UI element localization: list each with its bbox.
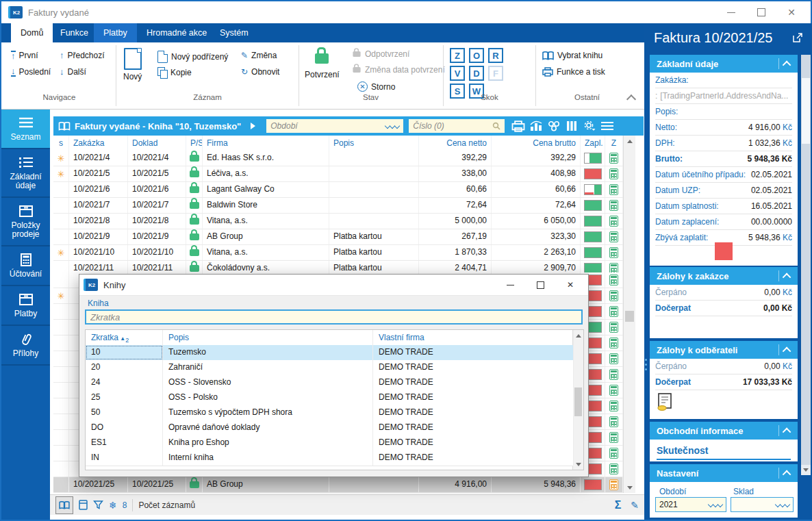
column-header-s[interactable]: s: [53, 136, 69, 151]
ribbon-first-button[interactable]: ↑První: [11, 51, 38, 60]
close-button[interactable]: ✕: [776, 3, 807, 22]
tab-hromadne-akce[interactable]: Hromadné akce: [137, 23, 216, 42]
jump-key-o[interactable]: O: [469, 48, 484, 63]
book-search-input[interactable]: [85, 309, 583, 325]
printer-button[interactable]: [510, 118, 526, 134]
ribbon-storno-button[interactable]: ✕Storno: [357, 81, 395, 92]
stock-select[interactable]: [731, 497, 794, 512]
view-book-toggle[interactable]: [55, 496, 73, 514]
jump-key-r[interactable]: R: [488, 48, 503, 63]
scroll-up-icon[interactable]: [576, 334, 581, 338]
ribbon-refresh-button[interactable]: ↻Obnovit: [241, 67, 279, 77]
scrollbar-thumb[interactable]: [574, 387, 582, 416]
open-external-icon[interactable]: [793, 33, 802, 42]
ribbon-new-button[interactable]: Nový: [123, 48, 142, 81]
book-row-in[interactable]: INInterní knihaDEMO TRADE: [86, 450, 573, 466]
column-header-firma[interactable]: Firma: [203, 136, 329, 151]
minimize-button[interactable]: [716, 3, 746, 22]
ribbon-confirm-button[interactable]: Potvrzení: [305, 48, 340, 79]
tab-funkce[interactable]: Funkce: [51, 23, 98, 42]
collapse-icon[interactable]: [783, 427, 791, 436]
period-select[interactable]: 2021: [655, 497, 726, 512]
jump-key-f[interactable]: F: [488, 66, 503, 81]
column-header-netto[interactable]: Cena netto: [419, 136, 492, 151]
dialog-close-button[interactable]: ✕: [555, 275, 585, 295]
tab-platby[interactable]: Platby: [94, 23, 137, 42]
book-row-25[interactable]: 25OSS - PolskoDEMO TRADE: [86, 390, 573, 406]
collapse-icon[interactable]: [783, 60, 791, 69]
dialog-column-popis[interactable]: Popis: [163, 330, 373, 345]
table-row[interactable]: ✳10/2021/1010/2021/10Vitana, a.s.Platba …: [53, 245, 623, 261]
sum-button[interactable]: Σ: [615, 499, 622, 511]
ribbon-functions-print-button[interactable]: Funkce a tisk: [542, 67, 605, 77]
column-header-z[interactable]: Z: [605, 136, 623, 151]
wheel-button[interactable]: [546, 118, 562, 134]
scroll-down-icon[interactable]: [627, 486, 633, 490]
book-row-24[interactable]: 24OSS - SlovenskoDEMO TRADE: [86, 375, 573, 391]
menu-button[interactable]: [599, 118, 616, 134]
column-header-zapl[interactable]: Zapl.: [581, 136, 605, 151]
invoice-coin-icon[interactable]: [657, 393, 791, 411]
book-row-50[interactable]: 50Tuzemsko s výpočtem DPH shoraDEMO TRAD…: [86, 405, 573, 421]
ribbon-unconfirm-button[interactable]: Odpotvrzení: [352, 49, 409, 59]
dialog-minimize-button[interactable]: [495, 275, 525, 295]
section-header[interactable]: Nastavení: [650, 464, 798, 482]
ribbon-change-button[interactable]: ✎Změna: [241, 51, 277, 60]
column-header-brutto[interactable]: Cena brutto: [492, 136, 581, 151]
jump-key-d[interactable]: D: [469, 66, 484, 81]
book-row-es1[interactable]: ES1Kniha pro EshopDEMO TRADE: [86, 435, 573, 451]
maximize-button[interactable]: [746, 3, 776, 22]
table-row[interactable]: 10/2021/910/2021/9AB GroupPlatba kartou2…: [53, 229, 623, 245]
scroll-down-icon[interactable]: [576, 463, 581, 466]
filter-button[interactable]: [93, 498, 103, 513]
table-row[interactable]: ✳10/2021/510/2021/5Léčiva, a.s.338,00408…: [53, 166, 623, 182]
period-filter-input[interactable]: Období: [266, 119, 403, 133]
column-header-doklad[interactable]: Doklad: [128, 136, 186, 151]
table-row[interactable]: ✳10/2021/410/2021/4Ed. Haas SK s.r.o.392…: [53, 151, 623, 166]
edit-button[interactable]: ✎: [631, 500, 639, 511]
number-filter-input[interactable]: Číslo (0): [409, 119, 505, 133]
dialog-column-zkratka[interactable]: Zkratka ▲2: [86, 330, 163, 345]
jump-key-z[interactable]: Z: [450, 48, 465, 63]
tab-domu[interactable]: Domů: [11, 23, 53, 42]
sidebar-item-platby[interactable]: Platby: [1, 286, 50, 326]
sidebar-item--tov-n-[interactable]: Účtování: [1, 246, 50, 286]
sidebar-item-polo-ky-prodeje[interactable]: Položky prodeje: [1, 198, 50, 246]
table-row[interactable]: 10/2021/810/2021/8Vitana, a.s.5 000,006 …: [53, 214, 623, 229]
gear-button[interactable]: [581, 118, 598, 134]
sidebar-item-p-lohy[interactable]: Přílohy: [1, 326, 50, 366]
ribbon-last-button[interactable]: ↓Poslední: [11, 67, 51, 77]
column-header-ps[interactable]: P/S: [186, 136, 203, 151]
section-header[interactable]: Základní údaje: [650, 55, 798, 73]
table-row[interactable]: 10/2021/2510/2021/25AB Group4 916,005 94…: [53, 477, 623, 493]
ribbon-prev-button[interactable]: ↑Předchozí: [60, 51, 105, 60]
book-row-10[interactable]: 10TuzemskoDEMO TRADE: [86, 345, 573, 361]
column-header-zakazka[interactable]: Zakázka: [69, 136, 128, 151]
ribbon-change-confirm-date-button[interactable]: Změna data potvrzení: [352, 65, 445, 75]
section-header[interactable]: Zálohy k zakázce: [650, 267, 798, 285]
snowflake-icon[interactable]: ❄: [109, 498, 117, 513]
column-header-popis[interactable]: Popis: [329, 136, 419, 151]
sidebar-item-seznam[interactable]: Seznam: [1, 110, 50, 149]
expand-arrow-icon[interactable]: [251, 123, 255, 129]
columns-button[interactable]: [563, 118, 580, 134]
scrollbar-thumb[interactable]: [625, 311, 634, 322]
dialog-scrollbar[interactable]: [572, 330, 583, 470]
panel-scrollbar[interactable]: [801, 55, 811, 475]
book-row-20[interactable]: 20ZahraničíDEMO TRADE: [86, 360, 573, 376]
collapse-icon[interactable]: [783, 470, 791, 479]
ribbon-select-book-button[interactable]: Vybrat knihu: [542, 51, 602, 60]
ribbon-new-child-button[interactable]: Nový podřízený: [157, 51, 228, 63]
panel-splitter-handle[interactable]: [645, 359, 648, 370]
collapse-icon[interactable]: [783, 272, 791, 281]
table-row[interactable]: 10/2021/610/2021/6Lagant Galway Co60,666…: [53, 182, 623, 198]
view-card-toggle[interactable]: [79, 498, 88, 513]
collapse-icon[interactable]: [783, 346, 791, 355]
table-row[interactable]: 10/2021/710/2021/7Baldwin Store72,6472,6…: [53, 198, 623, 214]
scrollbar-thumb[interactable]: [802, 78, 810, 144]
table-scrollbar[interactable]: [623, 136, 635, 493]
sidebar-item-z-kladn-daje[interactable]: Základní údaje: [1, 149, 50, 198]
jump-key-v[interactable]: V: [450, 66, 465, 81]
ribbon-copy-button[interactable]: Kopie: [157, 67, 192, 77]
scroll-up-icon[interactable]: [627, 140, 633, 143]
